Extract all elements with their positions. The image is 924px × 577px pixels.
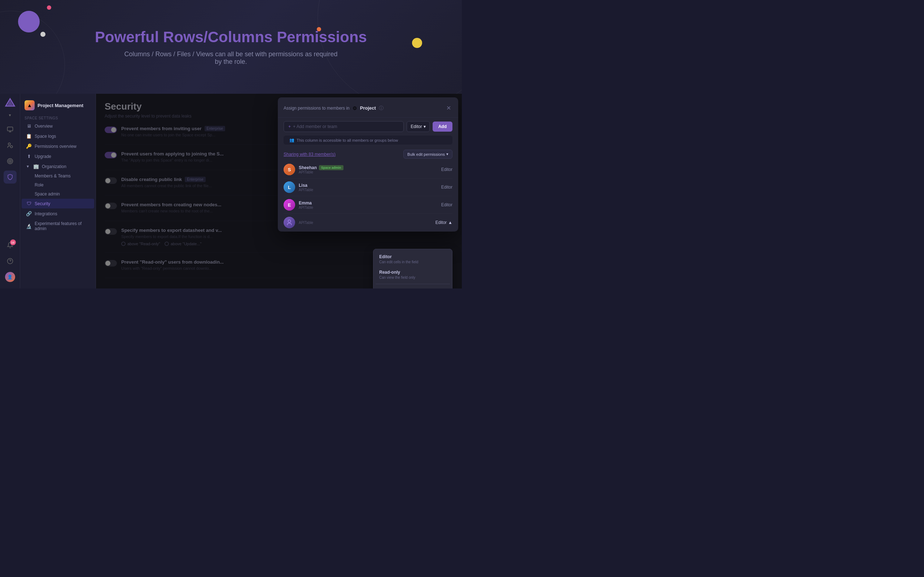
member-avatar-lisa: L — [284, 181, 295, 193]
dropdown-option-title-0: Editor — [379, 254, 446, 259]
sidebar-item-integrations-label: Integrations — [35, 211, 57, 216]
svg-point-6 — [8, 160, 11, 163]
sharing-link[interactable]: Sharing with 83 member(s) — [284, 152, 336, 157]
project-icon: ▲ — [24, 100, 35, 110]
members-icon[interactable] — [3, 139, 16, 152]
sidebar-security-icon: 🛡 — [26, 201, 32, 206]
member-role-lisa[interactable]: Editor — [441, 185, 452, 190]
space-logs-icon: 📋 — [26, 134, 32, 139]
svg-point-10 — [288, 220, 291, 222]
column-access-note: 👥 This column is accessible to all membe… — [284, 135, 452, 145]
hero-title-white: Powerful Rows/Columns — [95, 29, 272, 45]
modal-help-icon[interactable]: ⓘ — [379, 105, 383, 111]
user-avatar-image: 👤 — [5, 272, 15, 282]
member-row-emma: E Emma APITable Editor — [284, 196, 452, 214]
hero-banner: Powerful Rows/Columns Permissions Column… — [0, 0, 462, 94]
member-name-lisa: Lisa — [299, 183, 313, 188]
sidebar-item-members-teams[interactable]: Members & Teams — [22, 172, 94, 180]
dropdown-option-desc-1: Can view the field only — [379, 276, 446, 279]
member-name-emma: Emma — [299, 200, 313, 206]
sidebar-item-space-admin-label: Space admin — [35, 192, 60, 197]
app-logo[interactable] — [4, 97, 16, 109]
add-member-plus: + — [288, 124, 291, 129]
sidebar-item-overview-label: Overview — [35, 124, 53, 129]
member-sub-apitable: APITable — [299, 221, 313, 225]
sidebar-item-members-teams-label: Members & Teams — [35, 174, 71, 179]
member-info-apitable: APITable — [299, 221, 313, 225]
user-avatar[interactable]: 👤 — [3, 271, 16, 284]
add-member-placeholder: + Add member or team — [293, 124, 337, 129]
collapse-icon[interactable]: ▼ — [8, 113, 12, 117]
permissions-modal: Assign permissions to members in ⚙ Proje… — [278, 97, 458, 232]
sidebar: ▲ Project Management Space settings 🖥 Ov… — [20, 94, 96, 288]
member-role-apitable[interactable]: Editor ▲ — [436, 220, 452, 225]
dropdown-remove-permission[interactable]: Remove permission — [376, 285, 450, 288]
add-button[interactable]: Add — [433, 121, 452, 132]
role-select[interactable]: Editor ▾ — [407, 121, 429, 132]
member-row-sheehan: S Sheehan Space admin APITable Editor — [284, 161, 452, 179]
monitor-icon[interactable] — [3, 123, 16, 136]
experimental-icon: 🔬 — [26, 224, 32, 229]
member-role-emma[interactable]: Editor — [441, 202, 452, 207]
sidebar-item-organization[interactable]: ▼ 🏢 Organization — [22, 161, 94, 171]
main-area: ▼ 12 👤 ▲ Project Management Space — [0, 94, 462, 288]
dropdown-option-0[interactable]: Editor Can edit cells in the field — [376, 251, 450, 267]
sidebar-item-permissions[interactable]: 🔑 Permissions overview — [22, 141, 94, 151]
member-role-sheehan[interactable]: Editor — [441, 167, 452, 172]
sharing-row: Sharing with 83 member(s) Bulk edit perm… — [278, 148, 458, 161]
project-name: Project Management — [37, 103, 83, 108]
deco-dot-purple — [18, 11, 40, 32]
member-name-sheehan: Sheehan Space admin — [299, 165, 344, 170]
deco-dot-white — [40, 32, 45, 37]
svg-point-4 — [10, 146, 12, 148]
sidebar-item-role-label: Role — [35, 182, 44, 187]
sidebar-item-space-logs-label: Space logs — [35, 134, 56, 139]
sidebar-item-security[interactable]: 🛡 Security — [22, 199, 94, 208]
role-chevron-icon: ▾ — [423, 124, 426, 129]
sidebar-item-upgrade[interactable]: ⬆ Upgrade — [22, 152, 94, 161]
member-list: S Sheehan Space admin APITable Editor L … — [278, 161, 458, 232]
notification-badge: 12 — [10, 239, 16, 245]
sidebar-item-organization-label: Organization — [42, 164, 66, 169]
member-left-lisa: L Lisa APITable — [284, 181, 313, 193]
target-icon[interactable] — [3, 155, 16, 168]
modal-project-name: Project — [360, 105, 376, 111]
member-sub-emma: APITable — [299, 206, 313, 210]
sidebar-item-space-admin[interactable]: Space admin — [22, 190, 94, 198]
bulk-edit-button[interactable]: Bulk edit permissions ▾ — [403, 150, 452, 159]
modal-project-icon: ⚙ — [352, 105, 357, 111]
permissions-icon: 🔑 — [26, 143, 32, 149]
sidebar-item-integrations[interactable]: 🔗 Integrations — [22, 209, 94, 219]
notification-icon[interactable]: 12 — [3, 239, 16, 252]
role-chevron-up-icon: ▲ — [448, 220, 452, 225]
hero-title: Powerful Rows/Columns Permissions — [95, 28, 367, 46]
sidebar-item-experimental[interactable]: 🔬 Experimental features of admin — [22, 219, 94, 233]
role-dropdown-menu: Editor Can edit cells in the field Read-… — [373, 249, 452, 288]
sidebar-item-overview[interactable]: 🖥 Overview — [22, 121, 94, 131]
column-access-text: This column is accessible to all members… — [297, 138, 398, 142]
sidebar-item-space-logs[interactable]: 📋 Space logs — [22, 131, 94, 141]
add-member-row: + + Add member or team Editor ▾ Add — [278, 118, 458, 135]
project-header[interactable]: ▲ Project Management — [20, 97, 95, 113]
help-icon[interactable] — [3, 255, 16, 268]
bulk-edit-label: Bulk edit permissions — [407, 152, 445, 156]
svg-point-7 — [10, 161, 10, 162]
add-member-input[interactable]: + + Add member or team — [284, 121, 404, 132]
modal-overlay[interactable]: Assign permissions to members in ⚙ Proje… — [96, 94, 462, 288]
member-left-apitable: APITable — [284, 217, 313, 228]
modal-title-row: Assign permissions to members in ⚙ Proje… — [284, 105, 383, 111]
member-sub-sheehan: APITable — [299, 170, 344, 174]
member-row-lisa: L Lisa APITable Editor — [284, 179, 452, 196]
member-info-sheehan: Sheehan Space admin APITable — [299, 165, 344, 174]
group-icon: 👥 — [289, 138, 294, 142]
dropdown-option-1[interactable]: Read-only Can view the field only — [376, 267, 450, 282]
integrations-icon: 🔗 — [26, 211, 32, 216]
modal-close-button[interactable]: ✕ — [445, 103, 452, 113]
role-select-label: Editor — [410, 124, 422, 129]
space-admin-badge: Space admin — [319, 165, 344, 170]
space-settings-label: Space settings — [20, 115, 95, 121]
member-info-emma: Emma APITable — [299, 200, 313, 210]
sidebar-item-role[interactable]: Role — [22, 181, 94, 189]
hero-subtitle: Columns / Rows / Files / Views can all b… — [123, 50, 339, 66]
security-icon[interactable] — [3, 171, 16, 184]
